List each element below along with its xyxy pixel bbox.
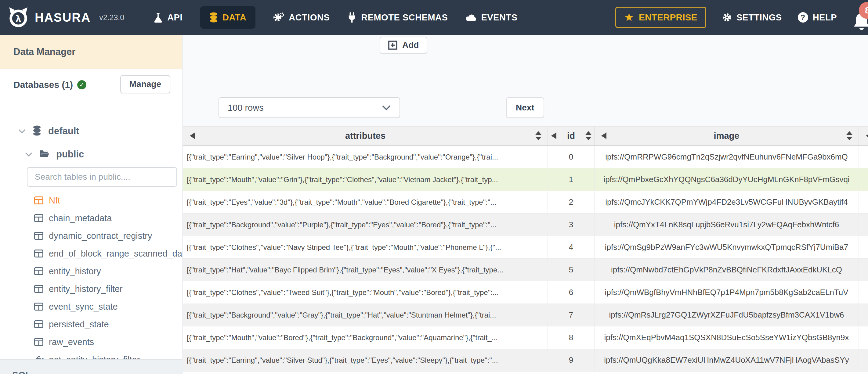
cell-extra xyxy=(859,304,868,326)
search-tables-input[interactable] xyxy=(27,167,177,187)
nav-item-remote-schemas[interactable]: REMOTE SCHEMAS xyxy=(347,12,448,23)
cell-id[interactable]: 3 xyxy=(548,214,594,236)
cell-image[interactable]: ipfs://QmPbxeGcXhYQQNgsC6a36dDyYUcHgMLnG… xyxy=(594,168,859,191)
sidebar-table-raw-events[interactable]: raw_events xyxy=(0,333,183,351)
table-row[interactable]: [{"trait_type":"Clothes","value":"Tweed … xyxy=(183,281,868,304)
folder-open-icon xyxy=(39,150,50,159)
cell-image[interactable]: ipfs://QmUQgKka8EW7exiUHnMwZ4UoXA11wV7NF… xyxy=(594,349,859,371)
cell-id[interactable]: 5 xyxy=(548,259,594,281)
table-row[interactable]: [{"trait_type":"Earring","value":"Silver… xyxy=(183,146,868,168)
cell-image[interactable]: ipfs://QmcJYkCKK7QPmYWjp4FD2e3Lv5WCGFuHN… xyxy=(594,191,859,213)
cell-attributes[interactable]: [{"trait_type":"Earring","value":"Silver… xyxy=(183,349,548,371)
rows-select-value: 100 rows xyxy=(228,103,264,113)
cell-id[interactable]: 4 xyxy=(548,236,594,258)
move-column-left-icon[interactable] xyxy=(866,132,868,139)
cell-image[interactable]: ipfs://QmYxT4LnK8sqLupjbS6eRvu1si7Ly2wFQ… xyxy=(594,214,859,236)
cell-id[interactable]: 9 xyxy=(548,349,594,371)
table-row[interactable]: [{"trait_type":"Hat","value":"Bayc Flipp… xyxy=(183,259,868,281)
gears-icon xyxy=(273,12,284,23)
cell-extra xyxy=(859,236,868,258)
sql-label: SQL xyxy=(12,370,31,374)
table-icon xyxy=(34,285,43,293)
cell-attributes[interactable]: [{"trait_type":"Mouth","value":"Bored"},… xyxy=(183,326,548,349)
sidebar-table-chain-metadata[interactable]: chain_metadata xyxy=(0,209,183,227)
cell-id[interactable]: 6 xyxy=(548,281,594,304)
sort-icon[interactable] xyxy=(846,131,852,140)
move-column-left-icon[interactable] xyxy=(551,132,556,139)
cell-attributes[interactable]: [{"trait_type":"Background","value":"Pur… xyxy=(183,214,548,236)
cell-attributes[interactable]: [{"trait_type":"Hat","value":"Bayc Flipp… xyxy=(183,259,548,281)
nav-items: API DATA ACTIONS xyxy=(154,6,517,29)
column-header-attributes[interactable]: attributes xyxy=(183,127,548,145)
plus-square-icon xyxy=(388,40,397,50)
table-row[interactable]: [{"trait_type":"Background","value":"Gra… xyxy=(183,304,868,326)
table-row[interactable]: [{"trait_type":"Clothes","value":"Navy S… xyxy=(183,236,868,259)
nav-item-events[interactable]: EVENTS xyxy=(465,12,517,23)
tree-item-public[interactable]: public xyxy=(25,148,84,161)
table-name: end_of_block_range_scanned_data xyxy=(49,249,183,259)
move-column-left-icon[interactable] xyxy=(601,132,607,139)
sidebar: Data Manager Databases (1) ✓ Manage defa… xyxy=(0,35,183,374)
table-name: chain_metadata xyxy=(49,213,112,223)
cell-id[interactable]: 8 xyxy=(548,326,594,349)
cell-attributes[interactable]: [{"trait_type":"Clothes","value":"Navy S… xyxy=(183,236,548,258)
cell-extra xyxy=(859,191,868,213)
sidebar-table-event-sync-state[interactable]: event_sync_state xyxy=(0,298,183,315)
table-row[interactable]: [{"trait_type":"Eyes","value":"3d"},{"tr… xyxy=(183,191,868,214)
nav-item-label: DATA xyxy=(222,12,246,23)
cell-attributes[interactable]: [{"trait_type":"Clothes","value":"Tweed … xyxy=(183,281,548,304)
table-row-highlighted[interactable]: [{"trait_type":"Mouth","value":"Grin"},{… xyxy=(183,168,868,191)
move-column-left-icon[interactable] xyxy=(190,132,195,139)
notifications-button[interactable]: 8 xyxy=(853,4,868,31)
nav-item-actions[interactable]: ACTIONS xyxy=(273,12,330,23)
cell-image[interactable]: ipfs://QmNwbd7ctEhGpVkP8nZvBBQfiNeFKRdxf… xyxy=(594,259,859,281)
chevron-down-icon[interactable] xyxy=(25,152,32,156)
cell-id[interactable]: 2 xyxy=(548,191,594,213)
sidebar-table-nft[interactable]: Nft xyxy=(0,192,183,209)
nav-item-label: REMOTE SCHEMAS xyxy=(361,12,448,23)
sidebar-table-end-of-block-range-scanned-data[interactable]: end_of_block_range_scanned_data xyxy=(0,245,183,262)
manage-button[interactable]: Manage xyxy=(120,75,170,93)
cell-attributes[interactable]: [{"trait_type":"Mouth","value":"Grin"},{… xyxy=(183,168,548,191)
sidebar-table-entity-history[interactable]: entity_history xyxy=(0,262,183,280)
next-page-button[interactable]: Next xyxy=(506,97,544,118)
table-name: Nft xyxy=(49,195,60,206)
help-button[interactable]: ? HELP xyxy=(798,12,837,23)
cell-attributes[interactable]: [{"trait_type":"Background","value":"Gra… xyxy=(183,304,548,326)
cell-id[interactable]: 1 xyxy=(548,168,594,191)
column-header-image[interactable]: image xyxy=(594,127,859,145)
cell-image[interactable]: ipfs://QmRsJLrg27GQ1ZWyrXZFuJFdU5bapfzsy… xyxy=(594,304,859,326)
cell-image[interactable]: ipfs://QmXEqPbvM4aq1SQSXN8DSuEcSo5SseYW1… xyxy=(594,326,859,349)
cell-image[interactable]: ipfs://QmWBgfBhyVmHNhBfEQ7p1P4Mpn7pm5b8K… xyxy=(594,281,859,304)
cell-image[interactable]: ipfs://QmSg9bPzW9anFYc3wWU5KnvymwkxQTpmq… xyxy=(594,236,859,258)
tree-item-default[interactable]: default xyxy=(18,124,79,138)
settings-button[interactable]: SETTINGS xyxy=(722,12,782,23)
nav-item-api[interactable]: API xyxy=(154,12,183,23)
column-header-id[interactable]: id xyxy=(548,127,594,145)
cell-id[interactable]: 7 xyxy=(548,304,594,326)
sidebar-sql-section[interactable]: SQL xyxy=(0,360,182,374)
table-row[interactable]: [{"trait_type":"Background","value":"Pur… xyxy=(183,214,868,236)
add-row-button[interactable]: Add xyxy=(380,37,427,54)
table-icon xyxy=(34,214,43,222)
cell-attributes[interactable]: [{"trait_type":"Eyes","value":"3d"},{"tr… xyxy=(183,191,548,213)
sidebar-table-entity-history-filter[interactable]: entity_history_filter xyxy=(0,280,183,298)
sort-icon[interactable] xyxy=(585,131,591,140)
sidebar-table-persisted-state[interactable]: persisted_state xyxy=(0,315,183,333)
browse-rows-table: attributes id image xyxy=(183,126,868,374)
chevron-down-icon[interactable] xyxy=(18,129,26,133)
cell-attributes[interactable]: [{"trait_type":"Earring","value":"Silver… xyxy=(183,146,548,168)
cell-id[interactable]: 0 xyxy=(548,146,594,168)
enterprise-button[interactable]: ★ ENTERPRISE xyxy=(615,7,706,28)
nav-item-data[interactable]: DATA xyxy=(200,6,255,29)
database-icon xyxy=(209,12,218,23)
sidebar-table-dynamic-contract-registry[interactable]: dynamic_contract_registry xyxy=(0,227,183,245)
table-row[interactable]: [{"trait_type":"Earring","value":"Silver… xyxy=(183,349,868,372)
brand[interactable]: λ HASURA v2.23.0 xyxy=(0,7,124,28)
cell-image[interactable]: ipfs://QmRRPWG96cmgTn2qSzjwr2qvfNEuhunv6… xyxy=(594,146,859,168)
column-header-partial[interactable] xyxy=(859,127,868,145)
rows-per-page-select[interactable]: 100 rows xyxy=(219,97,400,118)
table-row[interactable]: [{"trait_type":"Mouth","value":"Bored"},… xyxy=(183,326,868,349)
nav-item-label: EVENTS xyxy=(481,12,517,23)
sort-icon[interactable] xyxy=(535,131,541,140)
